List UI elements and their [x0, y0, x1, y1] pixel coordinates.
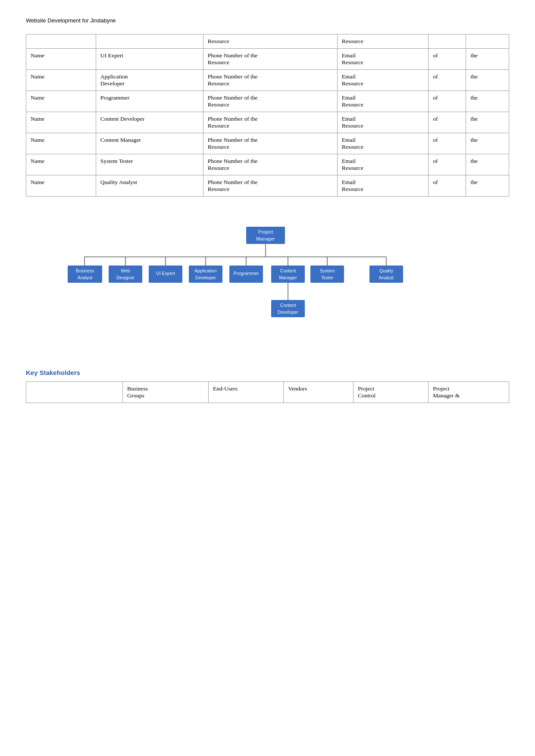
table-cell: the	[466, 175, 509, 197]
table-cell: Resource	[203, 34, 337, 49]
org-chart-svg: Project Manager Business Analyst Web Des…	[61, 222, 475, 352]
table-row: BusinessGroups End-Users Vendors Project…	[26, 382, 509, 403]
table-cell: EmailResource	[337, 91, 429, 112]
table-cell: Phone Number of theResource	[203, 70, 337, 91]
org-child-web-designer: Web	[121, 268, 130, 273]
svg-text:Tester: Tester	[321, 275, 333, 280]
org-child-system-tester: System	[319, 268, 335, 273]
org-root-label: Project	[258, 229, 272, 234]
org-child-content-developer: Content	[280, 303, 296, 308]
table-cell: Phone Number of theResource	[203, 133, 337, 154]
table-cell: EmailResource	[337, 154, 429, 175]
table-row: Name ApplicationDeveloper Phone Number o…	[26, 70, 509, 91]
table-cell: ApplicationDeveloper	[96, 70, 203, 91]
table-cell: Resource	[337, 34, 429, 49]
table-cell: the	[466, 70, 509, 91]
svg-text:Manager: Manager	[279, 275, 297, 280]
table-cell: of	[429, 91, 466, 112]
key-stakeholders-title: Key Stakeholders	[26, 369, 509, 376]
table-cell: Programmer	[96, 91, 203, 112]
table-cell: Phone Number of theResource	[203, 112, 337, 133]
table-cell: EmailResource	[337, 112, 429, 133]
table-row: Name Quality Analyst Phone Number of the…	[26, 175, 509, 197]
table-cell: Content Developer	[96, 112, 203, 133]
table-cell	[26, 34, 96, 49]
table-cell: Name	[26, 49, 96, 70]
table-cell: Name	[26, 112, 96, 133]
table-cell: Name	[26, 91, 96, 112]
table-cell: ProjectControl	[354, 382, 429, 403]
table-cell: of	[429, 70, 466, 91]
svg-text:Analyst: Analyst	[379, 275, 394, 280]
table-cell: EmailResource	[337, 175, 429, 197]
table-cell: of	[429, 154, 466, 175]
svg-text:Designer: Designer	[116, 275, 135, 280]
table-cell: the	[466, 49, 509, 70]
table-row: Name UI Expert Phone Number of theResour…	[26, 49, 509, 70]
resource-table: Resource Resource Name UI Expert Phone N…	[26, 34, 509, 197]
table-cell: Phone Number of theResource	[203, 175, 337, 197]
table-row: Resource Resource	[26, 34, 509, 49]
table-cell: UI Expert	[96, 49, 203, 70]
table-row: Name Programmer Phone Number of theResou…	[26, 91, 509, 112]
table-cell: BusinessGroups	[123, 382, 209, 403]
table-row: Name Content Developer Phone Number of t…	[26, 112, 509, 133]
table-cell	[96, 34, 203, 49]
org-child-content-manager: Content	[280, 268, 296, 273]
org-child-app-dev: Application	[194, 268, 217, 273]
table-cell: Name	[26, 175, 96, 197]
table-cell: the	[466, 91, 509, 112]
table-cell: Name	[26, 154, 96, 175]
org-root-label2: Manager	[256, 236, 275, 241]
org-child-programmer: Programmer	[233, 271, 259, 276]
table-cell: Vendors	[284, 382, 354, 403]
table-cell: the	[466, 154, 509, 175]
table-cell: of	[429, 49, 466, 70]
table-cell: Name	[26, 133, 96, 154]
table-cell	[466, 34, 509, 49]
table-row: Name System Tester Phone Number of theRe…	[26, 154, 509, 175]
svg-text:Analyst: Analyst	[77, 275, 92, 280]
table-cell: ProjectManager &	[429, 382, 509, 403]
svg-text:Developer: Developer	[195, 275, 216, 280]
table-cell: of	[429, 175, 466, 197]
table-cell: the	[466, 112, 509, 133]
table-cell: the	[466, 133, 509, 154]
table-cell: Name	[26, 70, 96, 91]
stakeholders-table: BusinessGroups End-Users Vendors Project…	[26, 381, 509, 403]
org-child-business-analyst: Business	[75, 268, 94, 273]
org-child-quality-analyst: Quality	[379, 268, 393, 273]
table-cell	[429, 34, 466, 49]
table-cell: System Tester	[96, 154, 203, 175]
table-cell: Phone Number of theResource	[203, 49, 337, 70]
table-cell	[26, 382, 123, 403]
table-cell: of	[429, 133, 466, 154]
table-cell: EmailResource	[337, 49, 429, 70]
table-cell: Quality Analyst	[96, 175, 203, 197]
table-row: Name Content Manager Phone Number of the…	[26, 133, 509, 154]
table-cell: Phone Number of theResource	[203, 91, 337, 112]
table-cell: EmailResource	[337, 133, 429, 154]
table-cell: Phone Number of theResource	[203, 154, 337, 175]
key-stakeholders-section: Key Stakeholders BusinessGroups End-User…	[26, 369, 509, 403]
table-cell: EmailResource	[337, 70, 429, 91]
svg-text:Developer: Developer	[278, 309, 298, 315]
table-cell: End-Users	[209, 382, 284, 403]
org-chart-section: Project Manager Business Analyst Web Des…	[26, 222, 509, 352]
table-cell: of	[429, 112, 466, 133]
table-cell: Content Manager	[96, 133, 203, 154]
org-child-ui-expert: UI Expert	[156, 271, 175, 276]
page-title: Website Development for Jindabyne	[26, 17, 509, 24]
